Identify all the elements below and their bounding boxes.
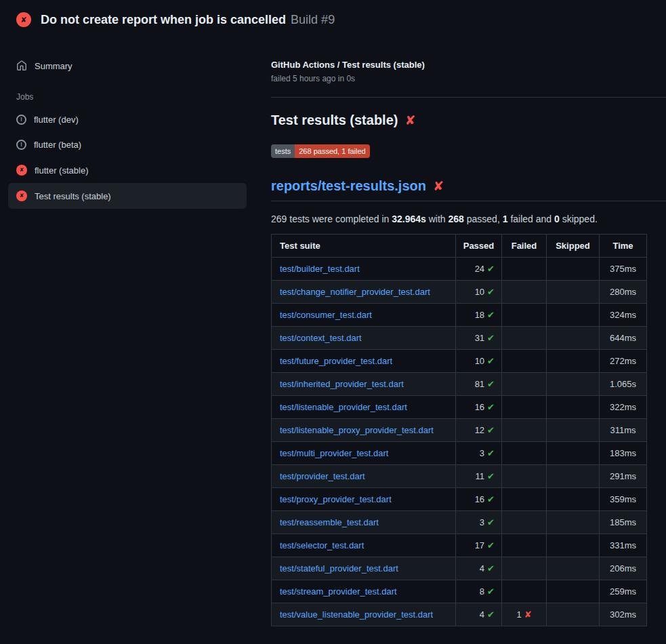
column-header-passed: Passed xyxy=(456,235,502,258)
suite-link[interactable]: test/context_test.dart xyxy=(280,333,362,343)
summary-part: failed and xyxy=(508,214,555,224)
skipped-cell xyxy=(547,580,600,603)
summary-failed-count: 1 xyxy=(503,214,508,224)
sidebar-item-flutter-dev[interactable]: ! flutter (dev) xyxy=(8,107,247,132)
time-cell: 185ms xyxy=(600,511,647,534)
build-number: Build #9 xyxy=(291,13,335,27)
check-icon: ✔ xyxy=(487,264,495,274)
suite-cell: test/inherited_provider_test.dart xyxy=(272,373,456,396)
passed-cell: 17✔ xyxy=(456,534,502,557)
suite-link[interactable]: test/proxy_provider_test.dart xyxy=(280,494,392,504)
suite-link[interactable]: test/inherited_provider_test.dart xyxy=(280,379,404,389)
passed-count: 3 xyxy=(480,448,484,458)
passed-cell: 3✔ xyxy=(456,442,502,465)
table-row: test/inherited_provider_test.dart81✔1.06… xyxy=(272,373,647,396)
jobs-section-label: Jobs xyxy=(8,79,247,107)
suite-link[interactable]: test/listenable_proxy_provider_test.dart xyxy=(280,425,434,435)
github-checks-page: ✘ Do not create report when job is cance… xyxy=(0,0,666,644)
passed-count: 3 xyxy=(480,517,484,527)
failed-cell: 1✘ xyxy=(502,603,547,626)
skipped-cell xyxy=(547,396,600,419)
suite-link[interactable]: test/multi_provider_test.dart xyxy=(280,448,388,458)
suite-link[interactable]: test/future_provider_test.dart xyxy=(280,356,392,366)
failed-cell xyxy=(502,258,547,281)
suite-link[interactable]: test/stream_provider_test.dart xyxy=(280,586,397,597)
sidebar-item-test-results-stable[interactable]: ✘ Test results (stable) xyxy=(8,183,247,209)
passed-cell: 4✔ xyxy=(456,557,502,580)
check-icon: ✔ xyxy=(487,379,495,389)
skipped-cell xyxy=(547,465,600,488)
column-header-skipped: Skipped xyxy=(547,235,600,258)
suite-link[interactable]: test/selector_test.dart xyxy=(280,540,364,550)
table-row: test/multi_provider_test.dart3✔183ms xyxy=(272,442,647,465)
passed-count: 31 xyxy=(475,333,484,343)
sidebar-item-flutter-beta[interactable]: ! flutter (beta) xyxy=(8,132,247,157)
failed-cell xyxy=(502,304,547,327)
passed-cell: 8✔ xyxy=(456,580,502,603)
table-row: test/change_notifier_provider_test.dart1… xyxy=(272,281,647,304)
skipped-cell xyxy=(547,258,600,281)
badge-status: 268 passed, 1 failed xyxy=(295,144,369,158)
check-icon: ✔ xyxy=(487,609,495,620)
sidebar-job-label: flutter (beta) xyxy=(34,140,81,150)
passed-cell: 31✔ xyxy=(456,327,502,350)
run-status-line: failed 5 hours ago in 0s xyxy=(271,74,666,83)
check-icon: ✔ xyxy=(487,425,495,435)
check-icon: ✔ xyxy=(487,586,495,597)
suite-cell: test/multi_provider_test.dart xyxy=(272,442,456,465)
suite-link[interactable]: test/listenable_provider_test.dart xyxy=(280,402,407,412)
sidebar-item-summary[interactable]: Summary xyxy=(8,53,247,79)
passed-cell: 16✔ xyxy=(456,396,502,419)
suite-link[interactable]: test/builder_test.dart xyxy=(280,264,360,274)
table-row: test/listenable_proxy_provider_test.dart… xyxy=(272,419,647,442)
sidebar-summary-label: Summary xyxy=(35,61,72,71)
table-row: test/reassemble_test.dart3✔185ms xyxy=(272,511,647,534)
failed-cell xyxy=(502,534,547,557)
table-row: test/consumer_test.dart18✔324ms xyxy=(272,304,647,327)
failed-cell xyxy=(502,327,547,350)
passed-count: 16 xyxy=(475,402,484,412)
failed-cell xyxy=(502,511,547,534)
suite-cell: test/listenable_provider_test.dart xyxy=(272,396,456,419)
suite-link[interactable]: test/provider_test.dart xyxy=(280,471,365,481)
time-cell: 280ms xyxy=(600,281,647,304)
suite-cell: test/change_notifier_provider_test.dart xyxy=(272,281,456,304)
passed-count: 16 xyxy=(475,494,484,504)
suite-cell: test/context_test.dart xyxy=(272,327,456,350)
table-row: test/value_listenable_provider_test.dart… xyxy=(272,603,647,626)
report-file-link[interactable]: reports/test-results.json xyxy=(271,178,426,194)
suite-cell: test/listenable_proxy_provider_test.dart xyxy=(272,419,456,442)
sidebar: Summary Jobs ! flutter (dev) ! flutter (… xyxy=(0,39,255,209)
summary-text: 269 tests were completed in 32.964s with… xyxy=(271,214,666,224)
table-row: test/provider_test.dart11✔291ms xyxy=(272,465,647,488)
skipped-cell xyxy=(547,350,600,373)
suite-link[interactable]: test/reassemble_test.dart xyxy=(280,517,379,527)
passed-cell: 81✔ xyxy=(456,373,502,396)
failed-x-icon: ✘ xyxy=(404,114,415,127)
run-header: ✘ Do not create report when job is cance… xyxy=(0,0,666,39)
skipped-cell xyxy=(547,419,600,442)
failed-cell xyxy=(502,373,547,396)
time-cell: 324ms xyxy=(600,304,647,327)
passed-count: 8 xyxy=(480,586,484,597)
suite-link[interactable]: test/value_listenable_provider_test.dart xyxy=(280,609,433,620)
skipped-cell xyxy=(547,511,600,534)
column-header-test-suite: Test suite xyxy=(272,235,456,258)
time-cell: 331ms xyxy=(600,534,647,557)
passed-count: 10 xyxy=(475,287,484,297)
skipped-cell xyxy=(547,603,600,626)
skipped-cell xyxy=(547,534,600,557)
skipped-cell xyxy=(547,327,600,350)
passed-count: 81 xyxy=(475,379,484,389)
sidebar-job-label: flutter (stable) xyxy=(35,165,88,176)
summary-part: with xyxy=(426,214,449,224)
skipped-cell xyxy=(547,488,600,511)
suite-link[interactable]: test/consumer_test.dart xyxy=(280,310,372,320)
table-row: test/stream_provider_test.dart8✔259ms xyxy=(272,580,647,603)
suite-cell: test/builder_test.dart xyxy=(272,258,456,281)
sidebar-item-flutter-stable[interactable]: ✘ flutter (stable) xyxy=(8,157,247,183)
sidebar-job-label: Test results (stable) xyxy=(35,191,111,201)
suite-link[interactable]: test/change_notifier_provider_test.dart xyxy=(280,287,430,297)
time-cell: 291ms xyxy=(600,465,647,488)
suite-link[interactable]: test/stateful_provider_test.dart xyxy=(280,563,398,573)
